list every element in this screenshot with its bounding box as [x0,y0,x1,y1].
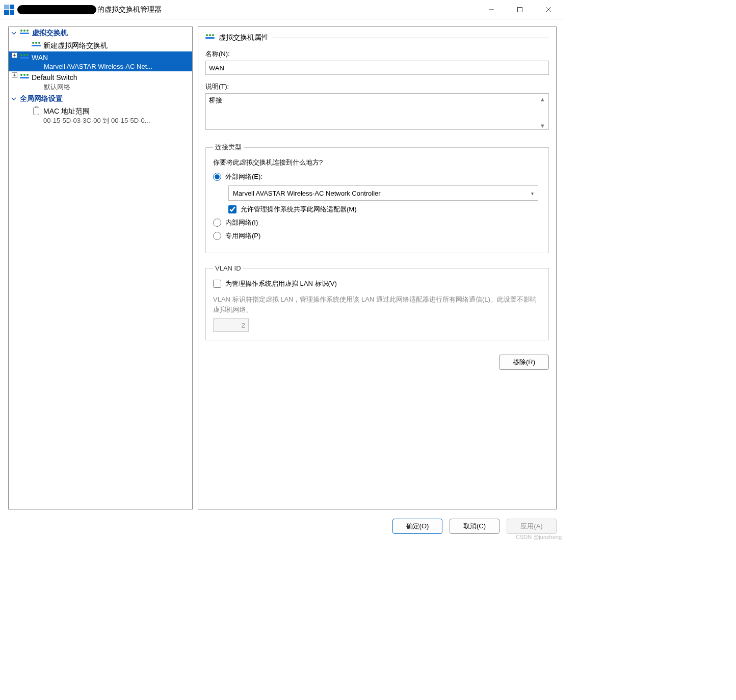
minimize-button[interactable] [477,0,506,19]
cancel-button[interactable]: 取消(C) [450,519,500,534]
section-title: 虚拟交换机属性 [219,33,269,42]
radio-internal-input[interactable] [213,219,221,227]
dialog-footer: 确定(O) 取消(C) 应用(A) [8,519,557,534]
tree-item-wan[interactable]: + WAN Marvell AVASTAR Wireless-AC Net... [9,51,192,71]
mac-icon [33,107,39,115]
tree-section-label: 虚拟交换机 [32,29,68,38]
desc-textarea[interactable] [205,93,549,130]
connection-legend: 连接类型 [213,143,244,152]
app-icon [4,5,14,15]
tree-section-virtual-switches[interactable]: 虚拟交换机 [9,27,192,39]
desc-label: 说明(T): [205,82,549,91]
switch-icon [20,74,29,81]
remove-button[interactable]: 移除(R) [499,355,549,370]
tree-section-label: 全局网络设置 [20,94,63,103]
switch-icon [32,42,41,49]
window-controls [477,0,563,19]
adapter-select[interactable]: Marvell AVASTAR Wireless-AC Network Cont… [228,185,538,201]
title-bar: 的虚拟交换机管理器 [0,0,565,19]
check-vlan-enable-input[interactable] [213,280,221,288]
ok-button[interactable]: 确定(O) [392,519,442,534]
apply-button: 应用(A) [507,519,557,534]
collapse-icon[interactable] [11,30,17,36]
maximize-button[interactable] [506,0,534,19]
redacted-hostname [17,5,96,14]
check-allow-mgmt[interactable]: 允许管理操作系统共享此网络适配器(M) [228,205,541,214]
tree-item-new-switch[interactable]: 新建虚拟网络交换机 [9,39,192,51]
tree-item-mac-range[interactable]: MAC 地址范围 00-15-5D-03-3C-00 到 00-15-5D-0.… [9,105,192,126]
collapse-icon[interactable] [11,96,17,102]
left-tree-pane: 虚拟交换机 新建虚拟网络交换机 + WAN Marvell AVASTAR Wi… [8,26,193,509]
scroll-down-icon[interactable]: ▾ [541,122,547,129]
vlan-legend: VLAN ID [213,264,243,272]
radio-external-input[interactable] [213,173,221,181]
close-button[interactable] [534,0,563,19]
switch-icon [205,34,215,41]
properties-pane: 虚拟交换机属性 名称(N): 说明(T): ▴ ▾ 连接类型 你要将此虚拟交换机… [198,26,557,509]
connection-type-group: 连接类型 你要将此虚拟交换机连接到什么地方? 外部网络(E): Marvell … [205,143,549,253]
svg-rect-1 [518,7,522,12]
vlan-id-input [213,318,249,332]
chevron-down-icon: ▾ [531,191,534,196]
connection-question: 你要将此虚拟交换机连接到什么地方? [213,158,541,167]
radio-private[interactable]: 专用网络(P) [213,231,541,240]
vlan-group: VLAN ID 为管理操作系统启用虚拟 LAN 标识(V) VLAN 标识符指定… [205,264,549,340]
expand-icon[interactable]: + [12,72,17,78]
scroll-up-icon[interactable]: ▴ [541,95,547,103]
name-input[interactable] [205,61,549,75]
radio-private-input[interactable] [213,232,221,240]
check-vlan-enable[interactable]: 为管理操作系统启用虚拟 LAN 标识(V) [213,279,541,288]
radio-external[interactable]: 外部网络(E): [213,172,541,181]
name-label: 名称(N): [205,49,549,59]
window-title: 的虚拟交换机管理器 [97,5,162,14]
adapter-selected-value: Marvell AVASTAR Wireless-AC Network Cont… [233,190,381,197]
watermark: CSDN @junzheng [516,534,562,540]
expand-icon[interactable]: + [12,52,17,58]
switch-icon [20,54,29,61]
tree-section-global[interactable]: 全局网络设置 [9,93,192,105]
check-allow-mgmt-input[interactable] [228,205,236,213]
tree-item-default-switch[interactable]: + Default Switch 默认网络 [9,71,192,93]
radio-internal[interactable]: 内部网络(I) [213,218,541,227]
vlan-description: VLAN 标识符指定虚拟 LAN，管理操作系统使用该 LAN 通过此网络适配器进… [213,294,541,314]
switch-icon [20,30,29,37]
